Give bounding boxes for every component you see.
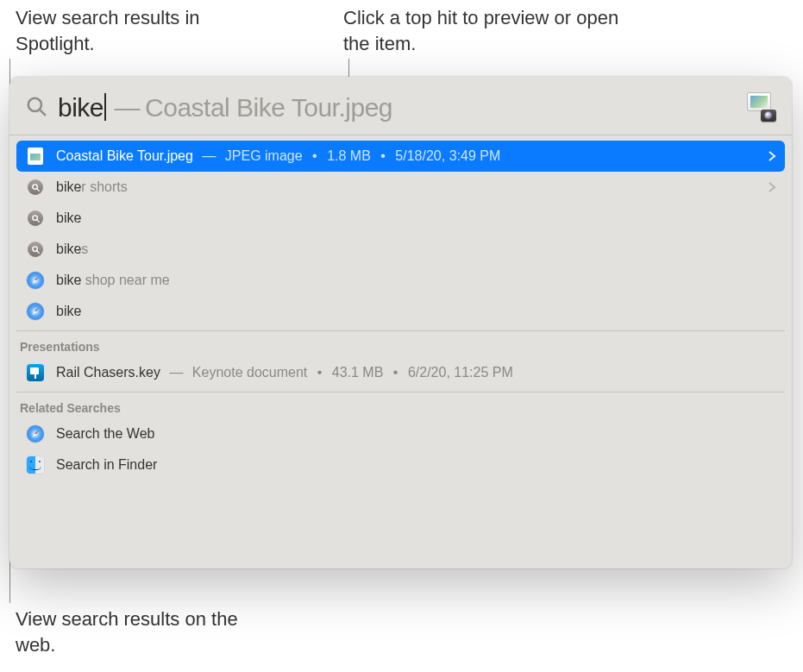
suggestion-rest: r shorts	[81, 179, 127, 194]
search-completion-separator: —	[115, 93, 141, 122]
magnifier-icon	[27, 241, 44, 258]
svg-line-3	[36, 188, 39, 191]
spotlight-search-bar[interactable]: bike — Coastal Bike Tour.jpeg	[9, 77, 792, 135]
result-size: 1.8 MB	[327, 148, 371, 163]
magnifier-icon	[27, 179, 44, 196]
chevron-right-icon	[768, 150, 776, 162]
suggestion-typed: bike	[56, 179, 81, 194]
svg-point-2	[32, 184, 37, 189]
suggestion-rest: shop near me	[81, 273, 169, 287]
spotlight-search-text: bike — Coastal Bike Tour.jpeg	[58, 89, 392, 122]
result-kind: Keynote document	[192, 365, 307, 380]
text-cursor	[104, 93, 106, 121]
safari-icon	[27, 425, 44, 443]
suggestion-row[interactable]: bikes	[16, 234, 785, 265]
keynote-icon	[27, 364, 44, 381]
result-date: 5/18/20, 3:49 PM	[395, 148, 500, 163]
finder-icon	[27, 456, 44, 474]
search-completion: Coastal Bike Tour.jpeg	[145, 93, 392, 122]
image-file-icon	[27, 148, 44, 165]
result-bullet: •	[317, 365, 323, 380]
magnifier-icon	[27, 210, 44, 227]
suggestion-row[interactable]: biker shorts	[16, 172, 785, 203]
suggestion-row[interactable]: bike	[16, 296, 785, 327]
suggestion-typed: bike	[56, 304, 81, 318]
result-bullet: •	[380, 148, 386, 163]
result-separator: —	[202, 148, 216, 163]
safari-icon	[27, 272, 44, 289]
result-name: Coastal Bike Tour.jpeg	[56, 148, 193, 163]
suggestion-typed: bike	[56, 273, 81, 287]
suggestion-row[interactable]: bike shop near me	[16, 265, 785, 296]
result-name: Search the Web	[56, 426, 154, 441]
related-search-web[interactable]: Search the Web	[16, 418, 785, 449]
search-query: bike	[58, 93, 104, 122]
suggestion-row[interactable]: bike	[16, 203, 785, 234]
svg-line-7	[36, 250, 39, 253]
result-row[interactable]: Rail Chasers.key — Keynote document • 43…	[16, 357, 785, 388]
result-date: 6/2/20, 11:25 PM	[408, 365, 513, 380]
svg-line-5	[36, 219, 39, 222]
spotlight-window: bike — Coastal Bike Tour.jpeg Coastal Bi…	[9, 77, 792, 568]
svg-point-6	[32, 246, 37, 251]
section-header-related: Related Searches	[9, 393, 792, 418]
suggestion-rest: s	[81, 242, 88, 256]
result-name: Rail Chasers.key	[56, 365, 160, 380]
result-kind: JPEG image	[225, 148, 303, 163]
result-separator: —	[169, 365, 183, 380]
search-icon	[25, 95, 47, 117]
top-hit-row[interactable]: Coastal Bike Tour.jpeg — JPEG image • 1.…	[16, 141, 785, 172]
result-name: Search in Finder	[56, 457, 157, 472]
svg-point-4	[32, 215, 37, 220]
svg-line-1	[40, 110, 46, 115]
callout-web-results: View search results on the web.	[16, 606, 257, 657]
preview-app-icon	[745, 91, 776, 122]
callout-spotlight-results: View search results in Spotlight.	[16, 5, 240, 56]
result-bullet: •	[393, 365, 398, 380]
result-size: 43.1 MB	[332, 365, 384, 380]
callout-top-hit: Click a top hit to preview or open the i…	[343, 5, 619, 56]
related-search-finder[interactable]: Search in Finder	[16, 449, 785, 480]
result-bullet: •	[312, 148, 317, 163]
chevron-right-icon	[768, 181, 776, 193]
suggestion-typed: bike	[56, 242, 81, 256]
suggestion-typed: bike	[56, 210, 81, 225]
section-header-presentations: Presentations	[9, 331, 792, 357]
safari-icon	[27, 303, 44, 320]
svg-point-0	[28, 97, 41, 110]
